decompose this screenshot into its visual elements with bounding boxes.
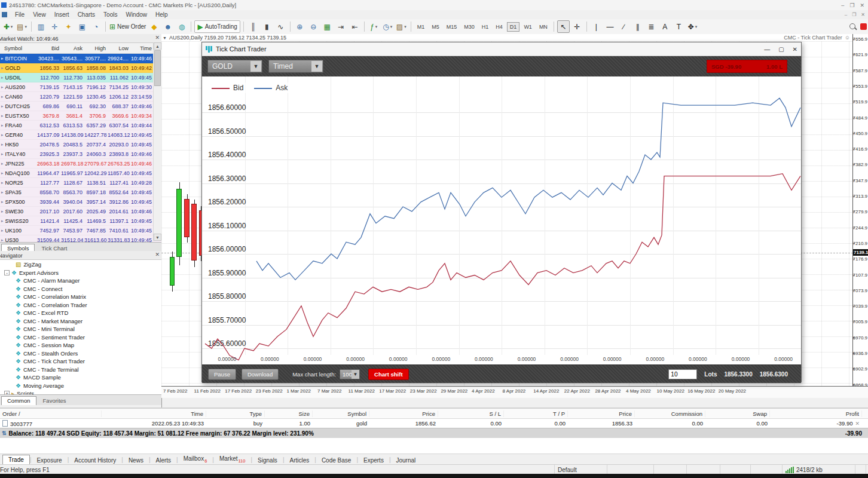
terminal-column-price[interactable]: Price — [568, 410, 635, 417]
timeframe-m5-button[interactable]: M5 — [429, 22, 442, 32]
date-axis[interactable]: 7 Feb 202211 Feb 202217 Feb 202223 Feb 2… — [161, 386, 868, 398]
terminal-tab-alerts[interactable]: Alerts — [151, 456, 177, 465]
timeframe-m15-button[interactable]: M15 — [444, 22, 460, 32]
menu-tools[interactable]: Tools — [99, 11, 121, 18]
symbol-select[interactable]: GOLD ▼ — [207, 60, 262, 73]
nav-item-zigzag[interactable]: ▧ZigZag — [0, 261, 161, 269]
nav-item-cmc-tick-chart-trader[interactable]: ❖CMC - Tick Chart Trader — [0, 357, 161, 366]
search-icon[interactable] — [849, 23, 857, 30]
scroll-down-icon[interactable]: ▼ — [154, 234, 161, 241]
menu-view[interactable]: View — [29, 11, 50, 18]
timeframe-m1-button[interactable]: M1 — [414, 22, 428, 32]
terminal-column-commission[interactable]: Commission — [635, 410, 705, 417]
chart-shift-button[interactable]: Chart shift — [368, 369, 409, 380]
indicators-button[interactable]: ƒ▾ — [368, 20, 380, 33]
timeframe-mn-button[interactable]: MN — [536, 22, 551, 32]
symbol-row-swiss20[interactable]: ▸SWISS2011421.411425.411469.511397.110:4… — [0, 216, 161, 226]
nav-item-cmc-correlation-trader[interactable]: ❖CMC - Correlation Trader — [0, 301, 161, 310]
tick-chart-trader-window[interactable]: Tick Chart Trader — ▢ ✕ GOLD ▼ Timed ▼ S… — [201, 42, 802, 382]
candlestick-mode-button[interactable]: ▮ — [261, 20, 273, 33]
terminal-toggle-button[interactable]: ▣ — [76, 20, 88, 33]
zoom-in-button[interactable]: ⊕ — [294, 20, 306, 33]
symbol-row-spa35[interactable]: ▸SPA358558.708563.708597.188552.6410:49:… — [0, 188, 161, 197]
terminal-tab-market[interactable]: Market110 — [214, 454, 251, 465]
periods-button[interactable]: ◷▾ — [381, 20, 394, 33]
symbol-row-can60[interactable]: ▸CAN601220.791221.591230.451206.1223:14:… — [0, 92, 161, 102]
terminal-tab-news[interactable]: News — [123, 456, 149, 465]
scroll-up-icon[interactable]: ▲ — [154, 42, 161, 50]
ea-smiley-icon[interactable]: ☺ — [845, 35, 850, 41]
crosshair-button[interactable]: ✛ — [571, 20, 583, 33]
download-button[interactable]: Download — [242, 369, 279, 380]
line-chart-mode-button[interactable]: ∿ — [274, 20, 287, 33]
terminal-tab-articles[interactable]: Articles — [284, 456, 314, 465]
zoom-out-button[interactable]: ⊖ — [307, 20, 320, 33]
column-header-ask[interactable]: Ask — [61, 45, 84, 51]
symbol-row-swe30[interactable]: ▸SWE302017.102017.602025.492014.6110:49:… — [0, 207, 161, 216]
child-minimize-button[interactable]: – — [845, 12, 847, 17]
nav-item-moving-average[interactable]: ❖Moving Average — [0, 382, 161, 390]
terminal-tab-trade[interactable]: Trade — [2, 455, 30, 465]
symbol-row-ger40[interactable]: ▸GER4014137.0914138.0914227.7814083.1210… — [0, 130, 161, 140]
fibonacci-button[interactable]: ≣ — [645, 20, 658, 33]
arrows-button[interactable]: ✥▾ — [686, 20, 699, 33]
symbol-row-us30[interactable]: ▸US3031509.4431512.0431613.6031331.8310:… — [0, 235, 161, 242]
terminal-column-price[interactable]: Price — [369, 410, 438, 417]
max-chart-length-select[interactable]: 100 ▼ — [340, 369, 360, 379]
terminal-column-type[interactable]: Type — [206, 410, 265, 417]
market-watch-close-icon[interactable]: ✕ — [155, 35, 160, 41]
menu-insert[interactable]: Insert — [50, 11, 74, 18]
symbol-row-fra40[interactable]: ▸FRA406312.536313.536357.296307.5410:49:… — [0, 121, 161, 130]
column-header-low[interactable]: Low — [108, 45, 130, 51]
chart-mode-select[interactable]: Timed ▼ — [268, 60, 323, 73]
pause-button[interactable]: Pause — [208, 369, 236, 380]
symbol-row-hk50[interactable]: ▸HK5020478.520483.520737.420293.010:49:4… — [0, 140, 161, 149]
symbol-row-italy40[interactable]: ▸ITALY4023925.323937.324060.323893.810:4… — [0, 149, 161, 159]
text-label-button[interactable]: T — [673, 20, 685, 33]
autotrading-button[interactable]: ▶AutoTrading — [194, 20, 240, 33]
tab-common[interactable]: Common — [1, 396, 36, 405]
vertical-line-button[interactable]: | — [590, 20, 603, 33]
community-button[interactable]: ◍ — [175, 20, 188, 33]
symbol-row-aus200[interactable]: ▸AUS2007139.157143.157196.127134.2510:49… — [0, 82, 161, 92]
nav-item-scripts[interactable]: +▸Scripts — [0, 390, 161, 394]
terminal-column-tp[interactable]: T / P — [504, 410, 568, 417]
tick-chart-area[interactable]: 1856.600001856.500001856.400001856.30000… — [202, 76, 801, 364]
navigator-toggle-button[interactable]: ✦ — [62, 20, 75, 33]
market-watch-scrollbar[interactable]: ▲ ▼ — [153, 42, 161, 241]
trendline-button[interactable]: ∕ — [618, 20, 630, 33]
price-axis[interactable]: 7656.97621.97587.97553.97519.97484.97450… — [852, 34, 868, 386]
nav-item-cmc-correlation-matrix[interactable]: ❖CMC - Correlation Matrix — [0, 293, 161, 301]
timeframe-h1-button[interactable]: H1 — [479, 22, 492, 32]
equidistant-channel-button[interactable]: ∥ — [631, 20, 644, 33]
alerts-button[interactable]: ◆ — [148, 20, 160, 33]
column-header-symbol[interactable]: Symbol — [0, 45, 37, 51]
nav-item-cmc-session-map[interactable]: ❖CMC - Session Map — [0, 341, 161, 350]
tick-close-button[interactable]: ✕ — [793, 46, 797, 53]
bar-chart-mode-button[interactable]: ║ — [247, 20, 259, 33]
nav-item-cmc-sentiment-trader[interactable]: ❖CMC - Sentiment Trader — [0, 333, 161, 342]
scrollbar-thumb[interactable] — [154, 50, 161, 86]
close-button[interactable]: ✕ — [860, 2, 864, 8]
chart-shift-button[interactable]: ⇤ — [349, 20, 361, 33]
terminal-column-time[interactable]: Time — [102, 410, 206, 417]
column-header-time[interactable]: Time — [130, 45, 154, 51]
nav-item-cmc-trade-terminal[interactable]: ❖CMC - Trade Terminal — [0, 366, 161, 374]
tick-minimize-button[interactable]: — — [764, 46, 770, 53]
nav-item-cmc-mini-terminal[interactable]: ❖CMC - Mini Terminal — [0, 325, 161, 333]
symbol-row-uk100[interactable]: ▸UK1007452.977453.977467.857410.6110:49:… — [0, 226, 161, 235]
maximize-button[interactable]: ❐ — [849, 2, 854, 8]
symbol-row-jpn225[interactable]: ▸JPN22526963.1826978.1827079.6726763.251… — [0, 159, 161, 168]
nav-item-macd-sample[interactable]: ❖MACD Sample — [0, 373, 161, 382]
publisher-button[interactable]: ☻ — [161, 20, 174, 33]
terminal-tab-code-base[interactable]: Code Base — [316, 456, 356, 465]
auto-scroll-button[interactable]: ⇥ — [335, 20, 347, 33]
menu-file[interactable]: File — [11, 11, 29, 18]
symbol-row-gold[interactable]: ▸GOLD1856.331856.631858.081843.0310:49:4… — [0, 63, 161, 73]
nav-item-cmc-market-manager[interactable]: ❖CMC - Market Manager — [0, 317, 161, 326]
nav-item-cmc-connect[interactable]: ❖CMC - Connect — [0, 285, 161, 293]
new-order-button[interactable]: ⊞New Order — [109, 20, 146, 33]
nav-item-cmc-excel-rtd[interactable]: ❖CMC - Excel RTD — [0, 309, 161, 317]
child-close-button[interactable]: ✕ — [861, 12, 865, 17]
market-watch-toggle-button[interactable]: ▥ — [35, 20, 47, 33]
